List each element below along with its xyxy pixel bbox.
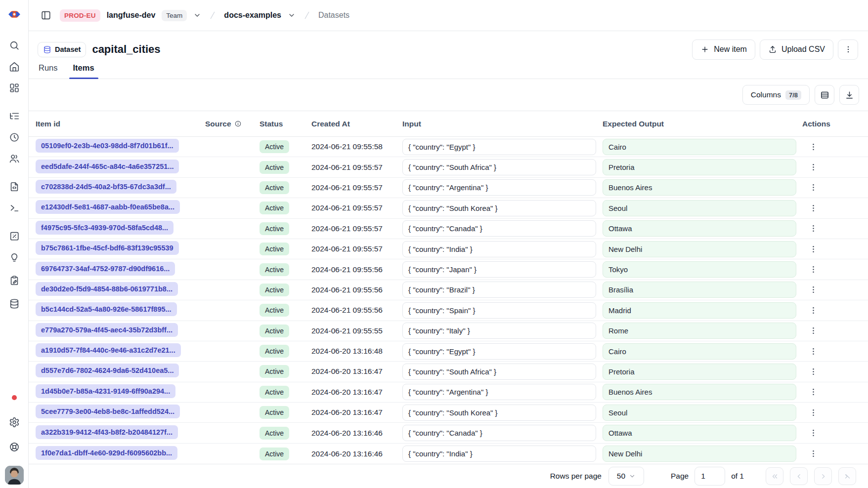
row-height-button[interactable] xyxy=(815,85,834,105)
input-cell[interactable]: { "country": "Egypt" } xyxy=(402,139,596,155)
columns-button[interactable]: Columns 7/8 xyxy=(742,85,810,105)
row-actions-button[interactable] xyxy=(805,221,821,237)
more-actions-button[interactable] xyxy=(838,40,858,60)
input-cell[interactable]: { "country": "South Korea" } xyxy=(402,200,596,216)
expected-output-cell[interactable]: Madrid xyxy=(603,302,796,319)
sidebar-item-users[interactable] xyxy=(5,150,23,167)
item-id-badge[interactable]: d557e7d6-7802-4624-9da6-52d410ea5... xyxy=(36,364,179,377)
row-actions-button[interactable] xyxy=(805,200,821,216)
breadcrumb-org[interactable]: langfuse-dev xyxy=(107,11,156,20)
input-cell[interactable]: { "country": "India" } xyxy=(402,446,596,462)
row-actions-button[interactable] xyxy=(805,364,821,379)
row-actions-button[interactable] xyxy=(805,384,821,400)
row-actions-button[interactable] xyxy=(805,425,821,441)
row-actions-button[interactable] xyxy=(805,282,821,298)
item-id-badge[interactable]: 5cee7779-3e00-4eb8-be8c-1affedd524... xyxy=(36,405,180,418)
input-cell[interactable]: { "country": "South Africa" } xyxy=(402,364,596,380)
input-cell[interactable]: { "country": "Canada" } xyxy=(402,425,596,441)
input-cell[interactable]: { "country": "Canada" } xyxy=(402,220,596,237)
previous-page-button[interactable] xyxy=(790,467,808,485)
expected-output-cell[interactable]: New Delhi xyxy=(603,446,796,462)
upload-csv-button[interactable]: Upload CSV xyxy=(760,40,833,60)
expected-output-cell[interactable]: Ottawa xyxy=(603,425,796,441)
user-avatar[interactable] xyxy=(5,466,24,485)
sidebar-item-prompts[interactable] xyxy=(5,178,23,196)
row-actions-button[interactable] xyxy=(805,343,821,359)
input-cell[interactable]: { "country": "South Africa" } xyxy=(402,159,596,175)
sidebar-item-suggestions[interactable] xyxy=(5,248,23,266)
last-page-button[interactable] xyxy=(838,467,856,485)
org-switcher-chevron-down-icon[interactable] xyxy=(193,11,201,19)
sidebar-item-recording-dot[interactable] xyxy=(5,389,23,407)
input-cell[interactable]: { "country": "Argentina" } xyxy=(402,179,596,196)
item-id-badge[interactable]: f4975c95-5fc3-4939-970d-58fa5cd48... xyxy=(36,221,174,235)
item-id-badge[interactable]: a322b319-9412-4f43-b8f2-b20484127f... xyxy=(36,425,178,439)
sidebar-item-annotation[interactable] xyxy=(5,272,23,289)
breadcrumb-section-datasets[interactable]: Datasets xyxy=(318,11,349,20)
input-cell[interactable]: { "country": "India" } xyxy=(402,241,596,257)
row-actions-button[interactable] xyxy=(805,180,821,196)
input-cell[interactable]: { "country": "South Korea" } xyxy=(402,405,596,421)
row-actions-button[interactable] xyxy=(805,139,821,155)
item-id-badge[interactable]: e12430df-5e81-4687-aabb-f0ea65be8a... xyxy=(36,200,180,214)
first-page-button[interactable] xyxy=(766,467,783,485)
sidebar-item-support[interactable] xyxy=(5,438,23,456)
row-actions-button[interactable] xyxy=(805,160,821,175)
sidebar-item-home[interactable] xyxy=(5,58,23,76)
expected-output-cell[interactable]: Cairo xyxy=(603,139,796,155)
item-id-badge[interactable]: de30d2e0-f5d9-4854-88b6-0619771b8... xyxy=(36,282,178,296)
row-actions-button[interactable] xyxy=(805,241,821,257)
tab-runs[interactable]: Runs xyxy=(38,63,59,79)
item-id-badge[interactable]: 69764737-34af-4752-9787-d90df9616... xyxy=(36,262,175,276)
sidebar-item-dashboard[interactable] xyxy=(5,79,23,97)
input-cell[interactable]: { "country": "Italy" } xyxy=(402,323,596,339)
breadcrumb-project[interactable]: docs-examples xyxy=(224,11,281,20)
expected-output-cell[interactable]: Ottawa xyxy=(603,220,796,237)
sidebar-item-evaluation[interactable] xyxy=(5,227,23,245)
new-item-button[interactable]: New item xyxy=(692,40,755,60)
item-id-badge[interactable]: 1f0e7da1-dbff-4e60-929d-f6095602bb... xyxy=(36,446,177,460)
item-id-badge[interactable]: 05109ef0-2e3b-4e03-98dd-8f7d01b61f... xyxy=(36,139,179,153)
expected-output-cell[interactable]: Brasília xyxy=(603,282,796,298)
sidebar-toggle-button[interactable] xyxy=(39,8,53,23)
row-actions-button[interactable] xyxy=(805,323,821,339)
sidebar-item-search[interactable] xyxy=(5,37,23,54)
page-number-input[interactable] xyxy=(694,467,725,486)
sidebar-item-settings[interactable] xyxy=(5,413,23,431)
item-id-badge[interactable]: 1d45b0e7-b85a-4231-9149-6ff90a294... xyxy=(36,384,175,398)
sidebar-item-datasets[interactable] xyxy=(5,295,23,313)
tab-items[interactable]: Items xyxy=(72,63,95,79)
row-actions-button[interactable] xyxy=(805,262,821,278)
expected-output-cell[interactable]: Buenos Aires xyxy=(603,179,796,196)
expected-output-cell[interactable]: Cairo xyxy=(603,343,796,360)
next-page-button[interactable] xyxy=(814,467,832,485)
item-id-badge[interactable]: c702838d-24d5-40a2-bf35-67dc3a3df... xyxy=(36,180,176,194)
rows-per-page-select[interactable]: 50 xyxy=(608,467,644,486)
input-cell[interactable]: { "country": "Argentina" } xyxy=(402,384,596,400)
expected-output-cell[interactable]: New Delhi xyxy=(603,241,796,257)
expected-output-cell[interactable]: Tokyo xyxy=(603,261,796,278)
expected-output-cell[interactable]: Seoul xyxy=(603,405,796,421)
input-cell[interactable]: { "country": "Japan" } xyxy=(402,261,596,278)
row-actions-button[interactable] xyxy=(805,302,821,318)
expected-output-cell[interactable]: Seoul xyxy=(603,200,796,216)
input-cell[interactable]: { "country": "Brazil" } xyxy=(402,282,596,298)
project-switcher-chevron-down-icon[interactable] xyxy=(288,11,296,19)
export-download-button[interactable] xyxy=(839,85,859,105)
sidebar-item-traces[interactable] xyxy=(5,107,23,125)
input-cell[interactable]: { "country": "Spain" } xyxy=(402,302,596,319)
expected-output-cell[interactable]: Buenos Aires xyxy=(603,384,796,400)
sidebar-item-playground[interactable] xyxy=(5,199,23,217)
row-actions-button[interactable] xyxy=(805,446,821,462)
item-id-badge[interactable]: eed5dafe-244f-465c-a84c-4a6e357251... xyxy=(36,160,179,173)
sidebar-item-sessions[interactable] xyxy=(5,128,23,146)
expected-output-cell[interactable]: Pretoria xyxy=(603,364,796,380)
expected-output-cell[interactable]: Pretoria xyxy=(603,159,796,175)
input-cell[interactable]: { "country": "Egypt" } xyxy=(402,343,596,360)
row-actions-button[interactable] xyxy=(805,405,821,420)
item-id-badge[interactable]: e779a270-579a-4f45-aec4-35b72d3bff... xyxy=(36,323,178,337)
item-id-badge[interactable]: a1910d57-7f84-440c-9e46-a31c2d7e21... xyxy=(36,343,181,357)
item-id-badge[interactable]: b5c144cd-52a5-4a80-926e-58617f895... xyxy=(36,302,177,316)
expected-output-cell[interactable]: Rome xyxy=(603,323,796,339)
item-id-badge[interactable]: b75c7861-1fbe-45cf-bdf6-83f139c95539 xyxy=(36,241,179,255)
